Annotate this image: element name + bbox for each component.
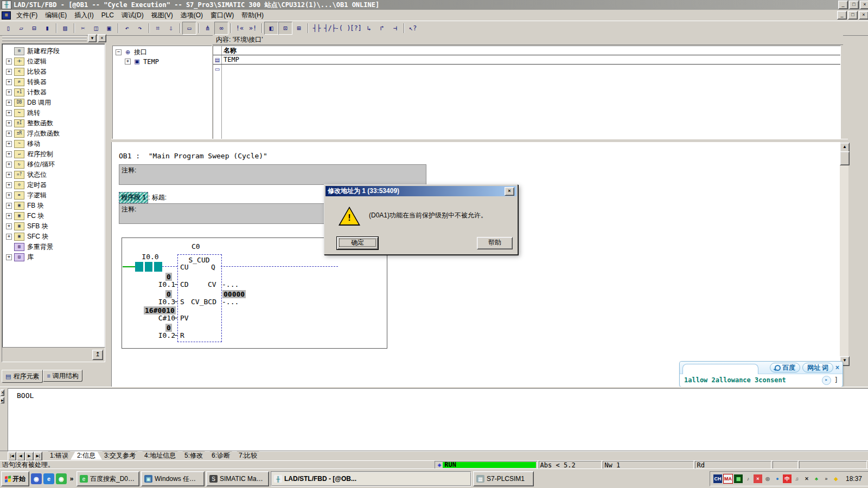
ob1-block-icon[interactable]: ≣ (2, 11, 11, 20)
tray-icon[interactable]: ● (773, 474, 782, 483)
expander-icon[interactable]: + (6, 203, 12, 209)
toolbar-button[interactable]: ✂ (76, 22, 90, 34)
toolbar-button[interactable] (259, 22, 264, 34)
menu-item[interactable]: 插入(I) (71, 10, 97, 21)
tray-icon[interactable]: ◎ (763, 474, 772, 483)
editor-scrollbar[interactable]: ▲ ▼ (840, 143, 848, 365)
mdi-close-button[interactable]: × (859, 11, 868, 20)
toolbar-button[interactable]: !« (233, 22, 246, 34)
tree-item[interactable]: + ▥ 多重背景 (2, 242, 105, 252)
output-expand-icon[interactable]: ▸ (1, 397, 4, 403)
panel-tab[interactable]: ▤ 程序元素 (2, 370, 43, 383)
tray-icon[interactable]: ◆ (832, 474, 840, 483)
dialog-title-bar[interactable]: 修改地址为 1 (33:53409) × (326, 186, 516, 196)
tree-item[interactable]: + ▣ SFC 块 (2, 232, 105, 242)
output-tab[interactable]: 3:交叉参考 (98, 451, 142, 460)
tray-icon[interactable]: ♪ (744, 474, 752, 483)
toolbar-button[interactable]: ↖? (406, 22, 419, 34)
output-close-icon[interactable]: × (1, 389, 4, 396)
minimize-button[interactable]: _ (838, 1, 848, 9)
toolbar-button[interactable]: ↱ (375, 22, 388, 34)
toolbar-button[interactable]: ↷ (133, 22, 146, 34)
expander-icon[interactable]: + (6, 192, 12, 198)
cd-operand[interactable]: I0.1 (138, 280, 175, 288)
toolbar-button[interactable] (146, 22, 151, 34)
toolbar-button[interactable]: ▭ (182, 22, 196, 35)
toolbar-button[interactable]: [?] (349, 22, 362, 34)
tree-item[interactable]: + < 比较器 (2, 67, 105, 77)
toolbar-button[interactable] (228, 22, 233, 34)
toolbar-button[interactable]: -( ) (336, 22, 349, 34)
tree-item[interactable]: + ±R 浮点数函数 (2, 129, 105, 139)
quick-launch-more-icon[interactable]: » (68, 475, 75, 483)
menu-item[interactable]: 帮助(H) (238, 10, 267, 21)
toolbar-button[interactable]: ⇩ (164, 22, 177, 34)
expander-icon[interactable]: + (6, 131, 12, 137)
toolbar-button[interactable]: ↳ (362, 22, 375, 34)
tree-item[interactable]: + ▣ SFB 块 (2, 221, 105, 232)
baidu-search-tab[interactable]: 百度 (770, 363, 800, 373)
tree-item[interactable]: + DB DB 调用 (2, 98, 105, 108)
expander-icon[interactable]: + (6, 254, 12, 260)
output-content[interactable]: BOOL (8, 388, 868, 452)
panel-tab[interactable]: ≡ 调用结构 (43, 370, 82, 382)
quick-launch-icon[interactable]: ◉ (56, 473, 67, 484)
output-tab[interactable]: 6:诊断 (205, 451, 237, 460)
network-label[interactable]: 程序段 1 (119, 192, 148, 203)
candidate-row[interactable]: 1allow 2allowance 3consent ▸ ] (680, 374, 843, 386)
interface-temp[interactable]: + ▣ TEMP (113, 57, 212, 66)
tab-nav-button[interactable]: |◀ (8, 452, 16, 461)
toolbar-button[interactable] (72, 22, 76, 34)
toolbar-button[interactable] (196, 22, 201, 34)
expand-icon[interactable]: + (125, 59, 131, 65)
toolbar-button[interactable]: ◧ (264, 22, 278, 35)
toolbar-button[interactable]: ▤ (59, 22, 72, 34)
toolbar-button[interactable]: ◫ (90, 22, 103, 34)
menu-item[interactable]: 选项(O) (177, 10, 207, 21)
collapse-icon[interactable]: − (116, 49, 122, 55)
tree-footer-button[interactable]: ↥ (92, 350, 103, 360)
toolbar-button[interactable]: ∞ (214, 22, 228, 35)
pv-operand[interactable]: C#10 (138, 314, 175, 322)
tray-icon[interactable]: ♣ (812, 474, 821, 483)
expander-icon[interactable]: + (6, 69, 12, 75)
menu-item[interactable]: 调试(D) (118, 10, 148, 21)
toolbar-button[interactable] (116, 22, 120, 34)
expander-icon[interactable]: + (6, 110, 12, 116)
expander-icon[interactable]: + (6, 120, 12, 126)
no-contact[interactable] (135, 262, 162, 272)
output-tab[interactable]: 2:信息 (71, 451, 102, 460)
panel-menu-icon[interactable]: ▾ (88, 34, 97, 42)
toolbar-button[interactable]: ▮ (41, 22, 54, 34)
toolbar-button[interactable]: ┤├ (310, 22, 323, 34)
quick-launch-icon[interactable]: e (43, 473, 54, 484)
tree-item[interactable]: + ⊣⊢ 位逻辑 (2, 56, 105, 67)
counter-operand[interactable]: C0 (192, 242, 200, 251)
s-operand[interactable]: I0.3 (138, 298, 175, 306)
expander-icon[interactable]: + (6, 100, 12, 106)
candidate-list[interactable]: 1allow 2allowance 3consent (684, 376, 786, 384)
output-tab[interactable]: 5:修改 (178, 451, 209, 460)
toolbar-button[interactable]: ▱ (15, 22, 28, 34)
taskbar-task[interactable]: ▣ Windows 任务管理器 (141, 471, 205, 486)
tree-item[interactable]: + +1 计数器 (2, 87, 105, 98)
toolbar-button[interactable]: »! (246, 22, 259, 34)
scrollbar-thumb[interactable] (840, 151, 850, 165)
dialog-close-icon[interactable]: × (505, 187, 514, 196)
panel-header[interactable]: ▾ × (1, 34, 106, 42)
menu-item[interactable]: 编辑(E) (41, 10, 71, 21)
expander-icon[interactable]: + (6, 59, 12, 65)
tab-nav-button[interactable]: ▶| (34, 452, 42, 461)
declaration-empty-row[interactable]: ▭ (213, 65, 840, 73)
tree-item[interactable]: + ↻ 移位/循环 (2, 159, 105, 170)
toolbar-button[interactable]: ┤/├ (323, 22, 336, 34)
taskbar-task[interactable]: S SIMATIC Manager - [... (206, 471, 269, 486)
expander-icon[interactable]: + (6, 162, 12, 168)
expander-icon[interactable]: + (6, 234, 12, 240)
block-comment-box[interactable]: 注释: (119, 164, 426, 185)
toolbar-button[interactable]: ⊣ (388, 22, 401, 34)
expander-icon[interactable]: + (6, 89, 12, 95)
cvbcd-output-value[interactable]: -... (222, 298, 239, 306)
ime-close-icon[interactable]: × (835, 364, 839, 371)
page-turn-icon[interactable]: ▸ (822, 376, 831, 385)
